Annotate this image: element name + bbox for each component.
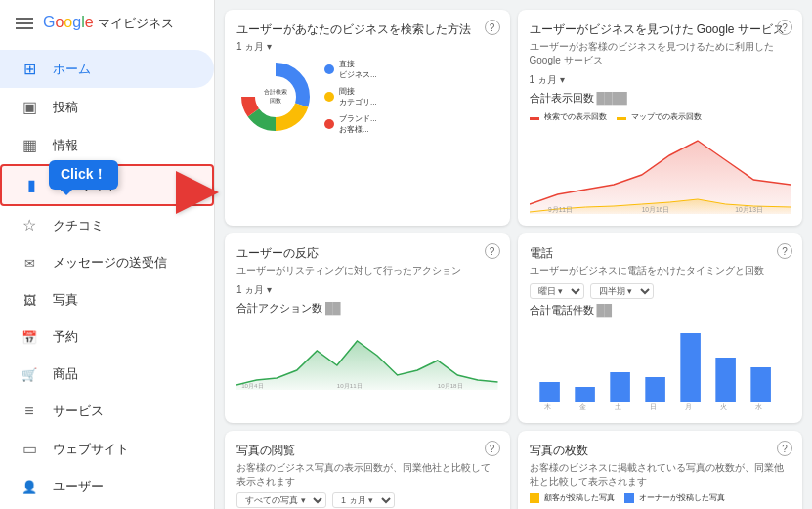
phone-filter-day[interactable]: 曜日 ▾ <box>530 283 584 299</box>
phone-total: 合計電話件数 ██ <box>530 303 791 318</box>
google-services-subtitle: ユーザーがお客様のビジネスを見つけるために利用した Google サービス <box>530 40 791 67</box>
photo-views-subtitle: お客様のビジネス写真の表示回数が、同業他社と比較して表示されます <box>236 461 498 488</box>
legend-color-direct <box>324 64 334 74</box>
svg-rect-18 <box>750 367 771 402</box>
svg-text:10月16日: 10月16日 <box>641 206 669 213</box>
google-services-period[interactable]: 1 ヵ月 ▾ <box>530 73 791 87</box>
sidebar-item-label: 投稿 <box>53 99 78 116</box>
legend-color-indirect <box>324 92 334 102</box>
posts-icon: ▣ <box>20 98 39 116</box>
svg-text:月: 月 <box>685 403 692 411</box>
sidebar-header: Google マイビジネス <box>0 0 214 46</box>
search-methods-period[interactable]: 1 ヵ月 ▾ <box>236 40 498 54</box>
legend-map-display: マップでの表示回数 <box>617 111 702 122</box>
svg-text:回数: 回数 <box>270 98 281 104</box>
help-icon-photo-count[interactable]: ? <box>777 441 792 456</box>
messages-icon: ✉ <box>20 256 39 271</box>
card-search-methods: ? ユーザーがあなたのビジネスを検索した方法 1 ヵ月 ▾ 合計検索 回数 <box>225 10 510 226</box>
sidebar-item-label: 情報 <box>53 137 78 154</box>
legend-label-indirect: 間接カテゴリ... <box>339 86 377 107</box>
sidebar-item-website[interactable]: ▭ ウェブサイト <box>0 430 214 468</box>
booking-icon: 📅 <box>20 330 39 345</box>
photos-icon: 🖼 <box>20 293 39 308</box>
svg-text:10月4日: 10月4日 <box>241 382 263 389</box>
legend-search-display: 検索での表示回数 <box>530 111 607 122</box>
search-methods-body: 合計検索 回数 直接ビジネス... 間接カテゴリ... ブランド...お客様..… <box>236 58 498 136</box>
hamburger-icon[interactable] <box>16 18 33 29</box>
photo-category-filter[interactable]: すべての写真 ▾ <box>236 492 326 508</box>
help-icon-search[interactable]: ? <box>485 20 500 35</box>
card-photo-count: ? 写真の枚数 お客様のビジネスに掲載されている写真の枚数が、同業他社と比較して… <box>518 431 803 509</box>
svg-rect-15 <box>645 377 665 402</box>
svg-rect-12 <box>539 382 560 402</box>
phone-subtitle: ユーザーがビジネスに電話をかけたタイミングと回数 <box>530 264 791 277</box>
sidebar-item-label: ウェブサイト <box>53 441 129 458</box>
card-user-actions: ? ユーザーの反応 ユーザーがリスティングに対して行ったアクション 1 ヵ月 ▾… <box>225 233 510 423</box>
services-icon: ≡ <box>20 403 39 420</box>
svg-text:10月13日: 10月13日 <box>735 206 763 213</box>
search-legend: 直接ビジネス... 間接カテゴリ... ブランド...お客様... <box>324 59 377 135</box>
svg-rect-13 <box>575 387 595 402</box>
sidebar-item-users[interactable]: 👤 ユーザー <box>0 468 214 505</box>
sidebar-item-label: メッセージの送受信 <box>53 254 167 272</box>
legend-color-brand <box>324 119 334 129</box>
sidebar-item-photos[interactable]: 🖼 写真 <box>0 281 214 318</box>
svg-text:合計検索: 合計検索 <box>264 89 287 95</box>
legend-indirect: 間接カテゴリ... <box>324 86 377 107</box>
phone-filter-quarter[interactable]: 四半期 ▾ <box>590 283 654 299</box>
svg-text:火: 火 <box>720 403 727 411</box>
google-logo: Google マイビジネス <box>43 14 174 32</box>
sidebar-item-label: ユーザー <box>53 478 104 495</box>
reviews-icon: ☆ <box>20 216 39 234</box>
google-services-chart: 9月11日 10月16日 10月13日 <box>530 126 791 214</box>
photo-views-title: 写真の閲覧 <box>236 443 498 459</box>
sidebar-item-label: サービス <box>53 403 104 420</box>
donut-chart: 合計検索 回数 <box>236 58 315 136</box>
search-methods-title: ユーザーがあなたのビジネスを検索した方法 <box>236 21 498 38</box>
phone-title: 電話 <box>530 245 791 262</box>
sidebar-item-label: 予約 <box>53 328 78 346</box>
sidebar-item-label: 写真 <box>53 291 78 309</box>
website-icon: ▭ <box>20 440 39 458</box>
help-icon-user-actions[interactable]: ? <box>485 243 500 259</box>
legend-color-search <box>530 117 539 120</box>
photo-period-filter[interactable]: 1 ヵ月 ▾ <box>332 492 395 508</box>
google-services-value: ████ <box>597 92 627 104</box>
google-services-title: ユーザーがビジネスを見つけた Google サービス <box>530 21 791 38</box>
user-actions-period[interactable]: 1 ヵ月 ▾ <box>236 283 498 297</box>
help-icon-phone[interactable]: ? <box>777 243 792 259</box>
insight-icon: ▮ <box>21 176 41 194</box>
products-icon: 🛒 <box>20 367 39 382</box>
google-services-total: 合計表示回数 ████ <box>530 91 791 106</box>
svg-rect-17 <box>715 358 736 402</box>
legend-color-customer-photo <box>530 493 539 503</box>
main-content: ? ユーザーがあなたのビジネスを検索した方法 1 ヵ月 ▾ 合計検索 回数 <box>215 0 812 509</box>
sidebar-item-messages[interactable]: ✉ メッセージの送受信 <box>0 244 214 281</box>
legend-direct: 直接ビジネス... <box>324 59 377 80</box>
info-icon: ▦ <box>20 136 39 154</box>
sidebar: Google マイビジネス ⊞ ホーム ▣ 投稿 ▦ 情報 ▮ インサイト Cl… <box>0 0 215 509</box>
sidebar-nav: ⊞ ホーム ▣ 投稿 ▦ 情報 ▮ インサイト Click！ ☆ クチコミ ✉ … <box>0 50 214 505</box>
svg-rect-16 <box>680 333 701 402</box>
sidebar-item-home[interactable]: ⊞ ホーム <box>0 50 214 88</box>
sidebar-item-booking[interactable]: 📅 予約 <box>0 318 214 356</box>
home-icon: ⊞ <box>20 60 39 78</box>
svg-text:金: 金 <box>579 403 586 411</box>
legend-label-direct: 直接ビジネス... <box>339 59 377 80</box>
svg-text:10月11日: 10月11日 <box>337 382 363 389</box>
sidebar-item-posts[interactable]: ▣ 投稿 <box>0 88 214 126</box>
card-photo-views: ? 写真の閲覧 お客様のビジネス写真の表示回数が、同業他社と比較して表示されます… <box>225 431 510 509</box>
arrow-indicator <box>176 171 219 214</box>
user-actions-title: ユーザーの反応 <box>236 245 498 262</box>
svg-text:10月18日: 10月18日 <box>438 382 463 389</box>
svg-text:土: 土 <box>615 403 621 411</box>
user-actions-total: 合計アクション数 ██ <box>236 301 498 316</box>
sidebar-item-info[interactable]: ▦ 情報 <box>0 126 214 164</box>
help-icon-photo-views[interactable]: ? <box>485 441 500 456</box>
card-phone: ? 電話 ユーザーがビジネスに電話をかけたタイミングと回数 曜日 ▾ 四半期 ▾… <box>518 233 803 423</box>
legend-customer-photo: 顧客が投稿した写真 <box>530 492 615 503</box>
help-icon-google-services[interactable]: ? <box>777 20 792 35</box>
sidebar-item-products[interactable]: 🛒 商品 <box>0 356 214 393</box>
sidebar-item-services[interactable]: ≡ サービス <box>0 393 214 430</box>
phone-chart: 木 金 土 日 月 火 水 <box>530 323 791 411</box>
